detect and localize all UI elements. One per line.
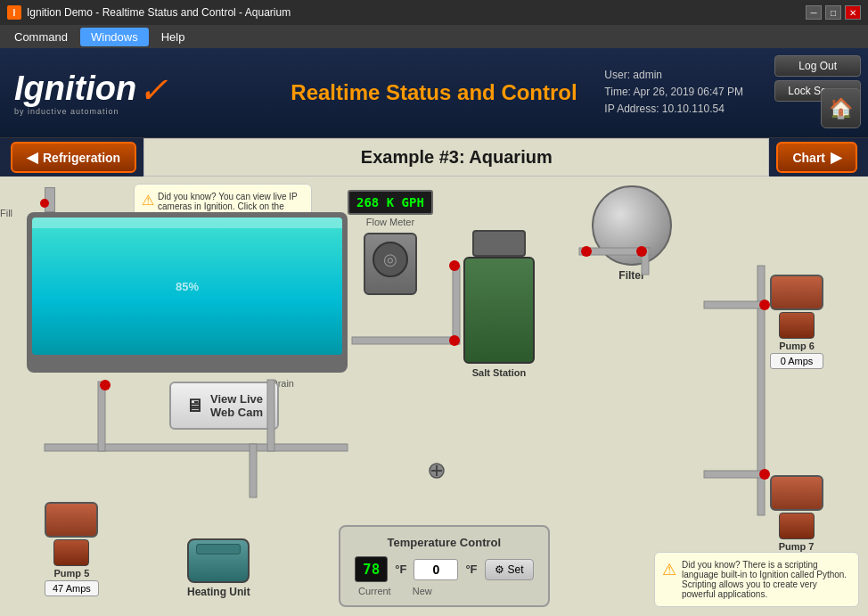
didyouknow-text: Did you know? There is a scripting langu… — [682, 560, 851, 599]
prev-button[interactable]: ◀ Refrigeration — [11, 142, 136, 173]
flow-meter: 268 K GPH Flow Meter ◎ — [348, 190, 433, 300]
webcam-button[interactable]: 🖥 View Live Web Cam — [169, 382, 279, 430]
filter-sphere: Filter — [592, 185, 672, 282]
header-title-text: Realtime Status and Control — [291, 80, 577, 105]
temp-new-unit: °F — [465, 563, 477, 576]
aquarium-tank: Fill 85% Drain — [27, 194, 348, 373]
temp-labels: Current New — [355, 586, 534, 596]
page-title: Example #3: Aquarium — [361, 147, 553, 168]
set-label: Set — [508, 563, 524, 576]
menu-help[interactable]: Help — [151, 28, 196, 46]
prev-arrow-icon: ◀ — [27, 149, 37, 166]
flow-meter-dial: ◎ — [373, 242, 408, 277]
maximize-button[interactable]: □ — [825, 5, 841, 20]
minimize-button[interactable]: ─ — [806, 5, 822, 20]
temp-current-display: 78 — [355, 556, 388, 582]
salt-body — [463, 257, 535, 364]
heating-unit: Heating Unit — [187, 538, 250, 598]
logo-text: Ignition — [14, 70, 136, 108]
user-time: Time: Apr 26, 2019 06:47 PM — [604, 84, 743, 101]
pump5-label: Pump 5 — [45, 568, 99, 579]
logo-subtitle: by inductive automation — [14, 107, 168, 116]
next-label: Chart — [792, 151, 825, 165]
main-area: ⚠ Did you know? You can view live IP cam… — [0, 177, 868, 616]
webcam-icon: 🖥 — [185, 396, 203, 416]
salt-label: Salt Station — [463, 367, 535, 378]
pump6-motor — [779, 312, 815, 339]
fill-label: Fill — [0, 208, 12, 218]
pump5: Pump 5 47 Amps — [45, 502, 99, 598]
pump6-label: Pump 6 — [770, 341, 823, 351]
salt-station: Salt Station — [463, 230, 535, 378]
new-label: New — [413, 586, 432, 596]
pump5-motor — [53, 539, 89, 566]
temp-current-unit: °F — [395, 563, 406, 576]
fill-valve — [40, 199, 49, 208]
user-info: User: admin Time: Apr 26, 2019 06:47 PM … — [604, 67, 743, 119]
pump5-body — [45, 502, 98, 538]
salt-top — [472, 230, 526, 257]
header-title: Realtime Status and Control — [291, 80, 577, 105]
logout-button[interactable]: Log Out — [774, 55, 861, 77]
logo-checkmark: ✓ — [138, 70, 168, 111]
menu-windows[interactable]: Windows — [80, 28, 149, 46]
logo-area: Ignition ✓ by inductive automation — [14, 70, 168, 116]
tank-fill-percent: 85% — [176, 280, 199, 293]
temp-row: 78 °F °F ⚙ Set — [355, 556, 534, 582]
pump6-amps: 0 Amps — [770, 353, 823, 369]
current-label: Current — [358, 586, 391, 596]
home-icon[interactable]: 🏠 — [821, 88, 861, 128]
next-arrow-icon: ▶ — [831, 149, 841, 166]
pump5-amps: 47 Amps — [45, 580, 99, 596]
window-controls: ─ □ ✕ — [806, 5, 861, 20]
filter-ball — [592, 185, 672, 266]
titlebar-text: Ignition Demo - Realtime Status and Cont… — [27, 6, 291, 19]
heating-label: Heating Unit — [187, 586, 250, 598]
heating-body — [187, 538, 250, 583]
webcam-label: View Live Web Cam — [210, 392, 263, 419]
set-icon: ⚙ — [495, 563, 504, 576]
flow-meter-body: ◎ — [364, 233, 417, 295]
didyouknow-box: ⚠ Did you know? There is a scripting lan… — [654, 552, 859, 607]
tank-water: 85% — [32, 218, 342, 355]
navbar-center: Example #3: Aquarium — [143, 138, 769, 177]
next-button[interactable]: Chart ▶ — [776, 142, 857, 173]
flow-value: 268 K GPH — [348, 190, 433, 215]
pump7-body — [770, 475, 823, 511]
user-ip: IP Address: 10.10.110.54 — [604, 102, 743, 119]
temp-title: Temperature Control — [355, 536, 534, 549]
navbar: ◀ Refrigeration Example #3: Aquarium Cha… — [0, 137, 868, 177]
menu-command[interactable]: Command — [4, 28, 78, 46]
temp-set-button[interactable]: ⚙ Set — [485, 559, 534, 580]
prev-label: Refrigeration — [43, 151, 120, 165]
pump6-body — [770, 275, 823, 310]
didyouknow-icon: ⚠ — [662, 560, 676, 599]
pump6: Pump 6 0 Amps — [770, 275, 823, 371]
app-icon: I — [7, 5, 21, 20]
flow-label: Flow Meter — [348, 217, 433, 227]
temp-control-panel: Temperature Control 78 °F °F ⚙ Set Curre… — [339, 525, 550, 607]
menubar: Command Windows Help — [0, 25, 868, 48]
titlebar: I Ignition Demo - Realtime Status and Co… — [0, 0, 868, 25]
pump7-motor — [779, 513, 815, 539]
heating-element — [196, 544, 241, 554]
pump7-label: Pump 7 — [769, 541, 823, 552]
user-name: User: admin — [604, 67, 743, 84]
temp-new-input[interactable] — [414, 559, 458, 580]
filter-label: Filter — [592, 269, 672, 282]
header: Ignition ✓ by inductive automation Realt… — [0, 48, 868, 137]
close-button[interactable]: ✕ — [845, 5, 861, 20]
